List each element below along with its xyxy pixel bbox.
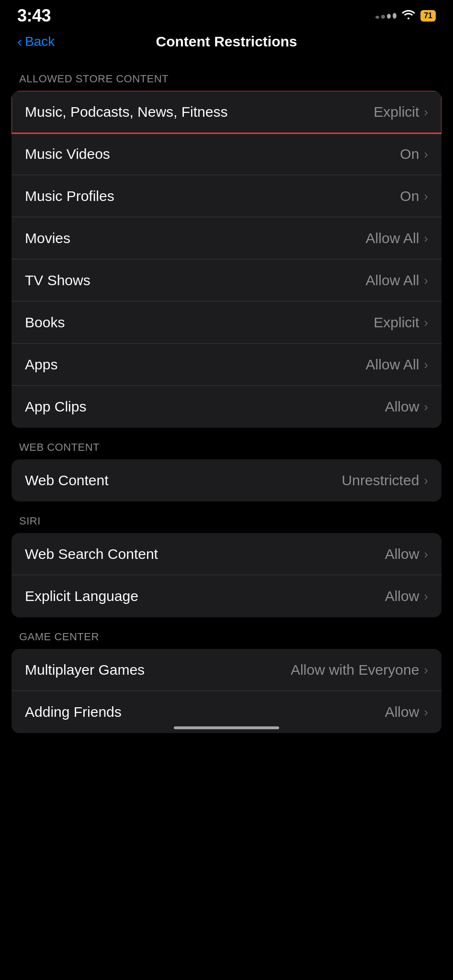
section-label-siri: SIRI <box>0 501 453 533</box>
back-button[interactable]: ‹ Back <box>17 34 55 49</box>
web-search-content-label: Web Search Content <box>25 546 158 562</box>
battery-icon: 71 <box>420 10 436 22</box>
music-profiles-label: Music Profiles <box>25 188 114 204</box>
settings-row-web-search-content[interactable]: Web Search Content Allow › <box>11 533 442 575</box>
web-content-group: Web Content Unrestricted › <box>11 459 442 501</box>
chevron-right-icon: › <box>424 548 428 560</box>
allowed-store-content-group: Music, Podcasts, News, Fitness Explicit … <box>11 91 442 428</box>
section-label-web-content: WEB CONTENT <box>0 428 453 459</box>
settings-row-apps[interactable]: Apps Allow All › <box>11 344 442 386</box>
movies-right: Allow All › <box>366 230 428 246</box>
chevron-right-icon: › <box>424 706 428 718</box>
apps-value: Allow All <box>366 356 419 373</box>
chevron-right-icon: › <box>424 474 428 487</box>
music-podcasts-label: Music, Podcasts, News, Fitness <box>25 104 227 120</box>
back-chevron-icon: ‹ <box>17 34 22 49</box>
multiplayer-games-right: Allow with Everyone › <box>291 662 428 678</box>
settings-row-music-podcasts[interactable]: Music, Podcasts, News, Fitness Explicit … <box>11 91 442 133</box>
status-bar: 3:43 71 <box>0 0 453 29</box>
battery-level: 71 <box>424 11 432 20</box>
books-label: Books <box>25 314 65 331</box>
chevron-right-icon: › <box>424 358 428 371</box>
status-time: 3:43 <box>17 6 51 26</box>
music-videos-value: On <box>400 146 419 162</box>
movies-label: Movies <box>25 230 70 246</box>
chevron-right-icon: › <box>424 148 428 160</box>
section-label-game-center: GAME CENTER <box>0 617 453 649</box>
tv-shows-value: Allow All <box>366 272 419 289</box>
multiplayer-games-value: Allow with Everyone <box>291 662 419 678</box>
app-clips-right: Allow › <box>385 399 428 415</box>
settings-row-multiplayer-games[interactable]: Multiplayer Games Allow with Everyone › <box>11 649 442 691</box>
game-center-group: Multiplayer Games Allow with Everyone › … <box>11 649 442 733</box>
settings-row-tv-shows[interactable]: TV Shows Allow All › <box>11 259 442 301</box>
settings-row-app-clips[interactable]: App Clips Allow › <box>11 386 442 428</box>
adding-friends-label: Adding Friends <box>25 704 122 720</box>
section-label-allowed-store-content: ALLOWED STORE CONTENT <box>0 59 453 91</box>
tv-shows-label: TV Shows <box>25 272 91 289</box>
chevron-right-icon: › <box>424 401 428 413</box>
chevron-right-icon: › <box>424 664 428 676</box>
home-indicator-bar <box>174 726 279 729</box>
adding-friends-value: Allow <box>385 704 419 720</box>
chevron-right-icon: › <box>424 232 428 245</box>
books-right: Explicit › <box>374 314 428 331</box>
apps-label: Apps <box>25 356 57 373</box>
settings-row-movies[interactable]: Movies Allow All › <box>11 217 442 259</box>
app-clips-value: Allow <box>385 399 419 415</box>
music-profiles-right: On › <box>400 188 428 204</box>
explicit-language-right: Allow › <box>385 588 428 604</box>
chevron-right-icon: › <box>424 590 428 602</box>
siri-group: Web Search Content Allow › Explicit Lang… <box>11 533 442 617</box>
settings-row-books[interactable]: Books Explicit › <box>11 301 442 344</box>
adding-friends-right: Allow › <box>385 704 428 720</box>
chevron-right-icon: › <box>424 106 428 118</box>
apps-right: Allow All › <box>366 356 428 373</box>
music-podcasts-value: Explicit <box>374 104 419 120</box>
web-content-value: Unrestricted <box>342 472 419 489</box>
settings-row-explicit-language[interactable]: Explicit Language Allow › <box>11 575 442 617</box>
explicit-language-value: Allow <box>385 588 419 604</box>
nav-bar: ‹ Back Content Restrictions <box>0 29 453 59</box>
settings-row-music-profiles[interactable]: Music Profiles On › <box>11 175 442 217</box>
status-icons: 71 <box>375 9 436 22</box>
settings-row-adding-friends[interactable]: Adding Friends Allow › <box>11 691 442 733</box>
music-videos-right: On › <box>400 146 428 162</box>
settings-row-web-content[interactable]: Web Content Unrestricted › <box>11 459 442 501</box>
wifi-icon <box>401 9 416 22</box>
web-search-content-value: Allow <box>385 546 419 562</box>
web-content-right: Unrestricted › <box>342 472 428 489</box>
tv-shows-right: Allow All › <box>366 272 428 289</box>
books-value: Explicit <box>374 314 419 331</box>
web-search-content-right: Allow › <box>385 546 428 562</box>
back-label: Back <box>25 34 55 49</box>
settings-row-music-videos[interactable]: Music Videos On › <box>11 133 442 175</box>
multiplayer-games-label: Multiplayer Games <box>25 662 145 678</box>
web-content-label: Web Content <box>25 472 109 489</box>
app-clips-label: App Clips <box>25 399 86 415</box>
music-videos-label: Music Videos <box>25 146 110 162</box>
explicit-language-label: Explicit Language <box>25 588 138 604</box>
movies-value: Allow All <box>366 230 419 246</box>
signal-icon <box>375 13 396 19</box>
page-title: Content Restrictions <box>156 33 297 50</box>
chevron-right-icon: › <box>424 274 428 287</box>
chevron-right-icon: › <box>424 190 428 202</box>
chevron-right-icon: › <box>424 316 428 329</box>
music-podcasts-right: Explicit › <box>374 104 428 120</box>
music-profiles-value: On <box>400 188 419 204</box>
